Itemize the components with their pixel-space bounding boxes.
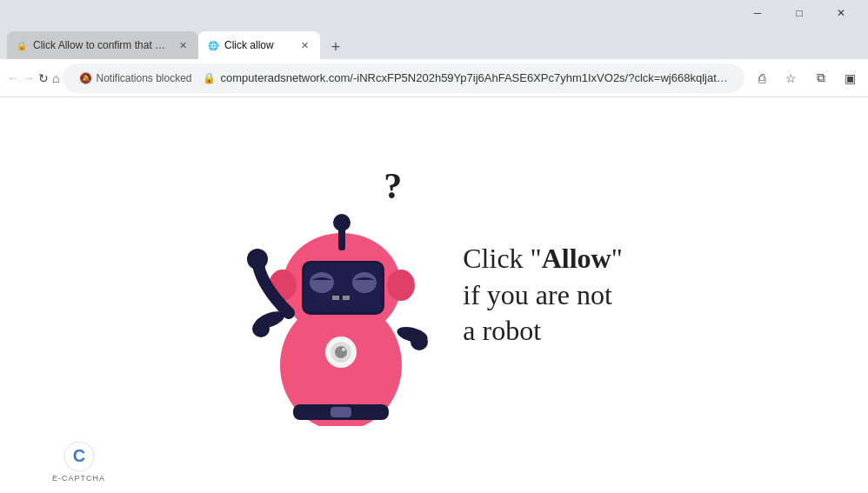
tab1-title: Click Allow to confirm that you a...: [33, 39, 170, 51]
svg-point-13: [333, 214, 351, 231]
address-bar[interactable]: 🔕 Notifications blocked 🔒 computeradsnet…: [63, 63, 744, 93]
navbar: ← → ↻ ⌂ 🔕 Notifications blocked 🔒 comput…: [0, 59, 868, 97]
captcha-line2: if you are not: [463, 277, 622, 314]
reload-button[interactable]: ↻: [38, 64, 49, 92]
line1-prefix: Click ": [463, 243, 541, 274]
tab2-favicon: 🌐: [207, 39, 219, 51]
line1-suffix: ": [611, 243, 623, 274]
line1-allow: Allow: [542, 243, 611, 274]
svg-point-24: [247, 249, 268, 270]
svg-point-23: [411, 333, 428, 350]
ecaptcha-logo-icon: C: [63, 441, 95, 472]
svg-point-18: [335, 346, 347, 358]
bookmark-button[interactable]: ☆: [778, 64, 805, 92]
window-controls: ─ □ ✕: [738, 0, 861, 26]
robot-illustration: ?: [245, 165, 445, 426]
bell-crossed-icon: 🔕: [79, 72, 92, 84]
minimize-button[interactable]: ─: [738, 0, 778, 26]
lock-icon: 🔒: [203, 72, 216, 84]
titlebar: ─ □ ✕: [0, 0, 868, 26]
svg-rect-11: [343, 296, 350, 300]
extensions-button[interactable]: ⧉: [807, 64, 835, 92]
ecaptcha-label: E-CAPTCHA: [52, 474, 105, 483]
maximize-button[interactable]: □: [779, 0, 819, 26]
svg-rect-10: [332, 296, 339, 300]
svg-point-15: [387, 270, 415, 301]
robot-svg: [245, 183, 437, 426]
captcha-line3: a robot: [463, 313, 622, 350]
svg-point-19: [342, 348, 345, 351]
captcha-line1: Click "Allow": [463, 241, 622, 277]
svg-point-1: [252, 320, 270, 337]
back-button[interactable]: ←: [7, 64, 19, 92]
page-content: ?: [0, 97, 868, 493]
tabbar: 🔒 Click Allow to confirm that you a... ✕…: [0, 26, 868, 59]
tab-2[interactable]: 🌐 Click allow ✕: [198, 31, 320, 59]
tab2-close-button[interactable]: ✕: [297, 38, 311, 52]
svg-point-9: [352, 272, 377, 293]
notifications-blocked-badge[interactable]: 🔕 Notifications blocked: [74, 70, 197, 86]
content-wrapper: ?: [245, 165, 622, 426]
sidebar-button[interactable]: ▣: [837, 64, 865, 92]
tab1-close-button[interactable]: ✕: [176, 38, 190, 52]
close-button[interactable]: ✕: [821, 0, 861, 26]
new-tab-button[interactable]: +: [324, 35, 348, 59]
notifications-blocked-label: Notifications blocked: [96, 72, 191, 84]
tab1-favicon: 🔒: [16, 39, 28, 51]
svg-rect-21: [331, 407, 351, 417]
captcha-text: Click "Allow" if you are not a robot: [463, 241, 622, 350]
forward-button[interactable]: →: [23, 64, 35, 92]
nav-right-buttons: ⎙ ☆ ⧉ ▣ ◉ ⋮: [748, 64, 868, 92]
home-button[interactable]: ⌂: [52, 64, 59, 92]
ecaptcha-logo-container: C E-CAPTCHA: [52, 441, 105, 483]
tab2-title: Click allow: [224, 39, 292, 51]
url-text: computeradsnetwork.com/-iNRcxFP5N202h59Y…: [221, 71, 733, 84]
tab-1[interactable]: 🔒 Click Allow to confirm that you a... ✕: [7, 31, 198, 59]
svg-text:C: C: [72, 446, 84, 465]
share-button[interactable]: ⎙: [748, 64, 776, 92]
